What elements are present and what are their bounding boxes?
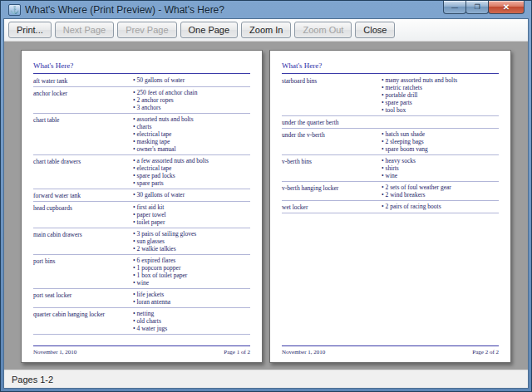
item-list: • hatch sun shade• 2 sleeping bags• spar…: [382, 130, 499, 153]
zoom-out-button: Zoom Out: [294, 22, 352, 38]
one-page-button[interactable]: One Page: [180, 22, 239, 38]
item-list: • 2 sets of foul weather gear• 2 wind br…: [382, 184, 499, 198]
location-label: under the quarter berth: [282, 118, 382, 126]
item: • 3 anchors: [133, 104, 250, 111]
item-list: • 2 pairs of racing boots: [382, 203, 499, 211]
item: • owner's manual: [133, 145, 250, 153]
location-label: anchor locker: [33, 89, 133, 111]
inventory-row: chart table drawers• a few assorted nuts…: [33, 155, 250, 189]
item: • portable drill: [382, 91, 499, 99]
inventory-row: main cabin drawers• 3 pairs of sailing g…: [33, 228, 250, 255]
item: • a few assorted nuts and bolts: [133, 157, 250, 164]
location-label: head cupboards: [33, 203, 133, 226]
report-title: What's Here?: [33, 59, 250, 73]
location-label: port seat locker: [33, 291, 133, 306]
item: • spare pad locks: [133, 172, 250, 179]
item: • electrical tape: [133, 130, 250, 138]
print-preview-window: ⚓ What's Where (Print Preview) - What's …: [0, 0, 532, 392]
item-list: • life jackets• loran antenna: [133, 291, 250, 306]
location-label: v-berth hanging locker: [282, 184, 382, 198]
close-button[interactable]: ✕: [488, 1, 525, 14]
location-label: quarter cabin hanging locker: [33, 310, 133, 332]
item: • 250 feet of anchor chain: [133, 89, 250, 96]
client-area: Print...Next PagePrev PageOne PageZoom I…: [3, 18, 529, 389]
toolbar: Print...Next PagePrev PageOne PageZoom I…: [4, 19, 528, 42]
item: • many assorted nuts and bolts: [382, 76, 499, 84]
item-list: • 3 pairs of sailing gloves• sun glasses…: [133, 230, 250, 252]
item: • wine: [133, 279, 250, 287]
item-list: • assorted nuts and bolts• charts• elect…: [133, 115, 250, 153]
title-bar[interactable]: ⚓ What's Where (Print Preview) - What's …: [3, 1, 529, 18]
item: • hatch sun shade: [382, 130, 499, 138]
inventory-row: chart table• assorted nuts and bolts• ch…: [33, 114, 250, 155]
item: • spare boom vang: [382, 145, 499, 153]
item-list: [382, 118, 499, 126]
item-list: • many assorted nuts and bolts• metric r…: [382, 76, 499, 114]
prev-page-button: Prev Page: [117, 22, 176, 38]
inventory-row: under the v-berth• hatch sun shade• 2 sl…: [282, 129, 499, 155]
inventory-table: starboard bins• many assorted nuts and b…: [282, 75, 499, 213]
location-label: wet locker: [282, 203, 382, 211]
header-rule: [282, 73, 499, 74]
item: • 30 gallons of water: [133, 191, 250, 198]
location-label: port bins: [33, 257, 133, 287]
item: • old charts: [133, 317, 250, 325]
print-button[interactable]: Print...: [8, 22, 52, 38]
footer-date: November 1, 2010: [33, 349, 76, 355]
location-label: aft water tank: [33, 76, 133, 85]
item-list: • first aid kit• paper towel• toilet pap…: [133, 203, 250, 226]
item: • wine: [382, 172, 499, 179]
item: • spare parts: [382, 99, 499, 106]
inventory-row: aft water tank• 50 gallons of water: [33, 75, 250, 87]
item: • loran antenna: [133, 298, 250, 306]
item-list: • 50 gallons of water: [133, 76, 250, 85]
item: • life jackets: [133, 291, 250, 298]
item: • 3 pairs of sailing gloves: [133, 230, 250, 238]
close-button[interactable]: Close: [355, 22, 395, 38]
header-rule: [33, 73, 250, 74]
preview-page-2: What's Here?starboard bins• many assorte…: [269, 50, 511, 363]
inventory-row: starboard bins• many assorted nuts and b…: [282, 75, 499, 116]
location-label: chart table: [33, 115, 133, 153]
minimize-button[interactable]: —: [443, 1, 466, 14]
inventory-row: forward water tank• 30 gallons of water: [33, 189, 250, 202]
inventory-row: wet locker• 2 pairs of racing boots: [282, 201, 499, 213]
app-icon: ⚓: [8, 4, 21, 16]
footer-page-number: Page 2 of 2: [472, 349, 499, 355]
item-list: • heavy socks• shirts• wine: [382, 157, 499, 179]
inventory-row: port seat locker• life jackets• loran an…: [33, 289, 250, 308]
inventory-row: port bins• 6 expired flares• 1 popcorn p…: [33, 255, 250, 289]
item: • 6 expired flares: [133, 257, 250, 264]
maximize-button[interactable]: ❐: [466, 1, 489, 14]
location-label: forward water tank: [33, 191, 133, 199]
window-controls: — ❐ ✕: [444, 1, 525, 14]
item: • heavy socks: [382, 157, 499, 164]
item-list: • netting• old charts• 4 water jugs: [133, 310, 250, 332]
status-text: Pages 1-2: [12, 375, 53, 385]
item: • 2 pairs of racing boots: [382, 203, 499, 210]
item: • 1 popcorn popper: [133, 264, 250, 272]
inventory-row: under the quarter berth: [282, 116, 499, 129]
item-list: • 6 expired flares• 1 popcorn popper• 1 …: [133, 257, 250, 287]
item: • 1 box of toilet paper: [133, 272, 250, 279]
item: • assorted nuts and bolts: [133, 115, 250, 123]
item: • first aid kit: [133, 203, 250, 211]
status-bar: Pages 1-2: [4, 370, 528, 388]
item: • paper towel: [133, 211, 250, 218]
item: • 2 wind breakers: [382, 191, 499, 198]
location-label: starboard bins: [282, 76, 382, 114]
preview-area: What's Here?aft water tank• 50 gallons o…: [4, 42, 528, 370]
zoom-in-button[interactable]: Zoom In: [241, 22, 291, 38]
item: • tool box: [382, 106, 499, 114]
report-title: What's Here?: [282, 59, 499, 73]
window-title: What's Where (Print Preview) - What's He…: [25, 4, 440, 16]
item: • netting: [133, 310, 250, 317]
item: • 2 sets of foul weather gear: [382, 184, 499, 191]
item: • 2 anchor ropes: [133, 96, 250, 104]
inventory-row: v-berth hanging locker• 2 sets of foul w…: [282, 182, 499, 201]
item: • toilet paper: [133, 218, 250, 226]
page-footer: November 1, 2010Page 1 of 2: [33, 346, 250, 355]
item: • metric ratchets: [382, 84, 499, 91]
item: • shirts: [382, 164, 499, 172]
item-list: • 250 feet of anchor chain• 2 anchor rop…: [133, 89, 250, 111]
